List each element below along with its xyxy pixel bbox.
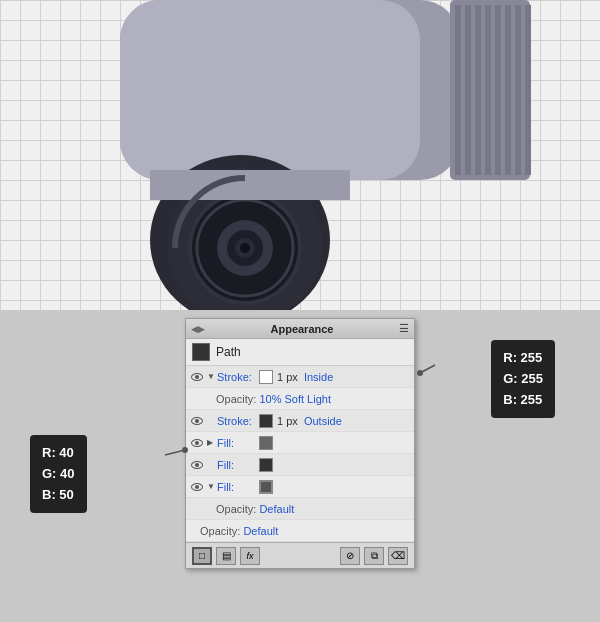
panel-titlebar: ◀▶ Appearance ☰ (186, 319, 414, 339)
svg-rect-9 (515, 5, 521, 175)
arrow-1[interactable]: ▼ (207, 372, 217, 381)
path-thumbnail (192, 343, 210, 361)
arrow-5[interactable]: ▼ (207, 482, 217, 491)
svg-rect-5 (475, 5, 481, 175)
svg-line-21 (420, 365, 435, 373)
panel-toolbar: □ ▤ fx ⊘ ⧉ ⌫ (186, 542, 414, 568)
visibility-eye-4[interactable] (190, 458, 204, 472)
tooltip-r-white: R: 255 (503, 348, 543, 369)
new-item-button[interactable]: □ (192, 547, 212, 565)
svg-point-22 (417, 370, 423, 376)
fill-row-3: ▼ Fill: (186, 476, 414, 498)
panel-menu: ☰ (399, 322, 409, 335)
fill-swatch-3[interactable] (259, 480, 273, 494)
fill-swatch-1[interactable] (259, 436, 273, 450)
stroke-swatch-1[interactable] (259, 370, 273, 384)
svg-rect-6 (485, 5, 491, 175)
color-tooltip-dark: R: 40 G: 40 B: 50 (30, 435, 87, 513)
tooltip-g-dark: G: 40 (42, 464, 75, 485)
opacity-value-2: Default (259, 503, 294, 515)
visibility-eye-5[interactable] (190, 480, 204, 494)
svg-rect-10 (525, 5, 531, 175)
panel-title: Appearance (271, 323, 334, 335)
tooltip-b-white: B: 255 (503, 390, 543, 411)
stroke-inside-1: Inside (304, 371, 333, 383)
appearance-panel: ◀▶ Appearance ☰ Path ▼ Stroke: 1 px Insi… (185, 318, 415, 569)
visibility-eye-1[interactable] (190, 370, 204, 384)
fill-row-1: ▶ Fill: (186, 432, 414, 454)
panel-menu-icon[interactable]: ☰ (399, 322, 409, 335)
fill-swatch-2[interactable] (259, 458, 273, 472)
stroke-row-2: ▶ Stroke: 1 px Outside (186, 410, 414, 432)
fill-label-1[interactable]: Fill: (217, 437, 255, 449)
svg-rect-20 (150, 170, 350, 200)
delete-button[interactable]: ⌫ (388, 547, 408, 565)
arrow-4: ▶ (207, 460, 217, 469)
svg-rect-4 (465, 5, 471, 175)
stroke-label-2[interactable]: Stroke: (217, 415, 255, 427)
svg-rect-1 (120, 0, 420, 180)
fx-button[interactable]: fx (240, 547, 260, 565)
tooltip-r-dark: R: 40 (42, 443, 75, 464)
illustration-svg (0, 0, 600, 310)
opacity-value-3: Default (243, 525, 278, 537)
no-style-button[interactable]: ⊘ (340, 547, 360, 565)
copy-button[interactable]: ⧉ (364, 547, 384, 565)
opacity-label-1: Opacity: (216, 393, 259, 405)
fill-row-2: ▶ Fill: (186, 454, 414, 476)
stroke-swatch-2[interactable] (259, 414, 273, 428)
opacity-label-3: Opacity: (200, 525, 243, 537)
bottom-panel: ◀▶ Appearance ☰ Path ▼ Stroke: 1 px Insi… (0, 310, 600, 622)
opacity-row-3: Opacity: Default (186, 520, 414, 542)
path-label: Path (216, 345, 241, 359)
svg-point-19 (240, 243, 250, 253)
visibility-eye-2[interactable] (190, 414, 204, 428)
visibility-eye-3[interactable] (190, 436, 204, 450)
fill-label-3[interactable]: Fill: (217, 481, 255, 493)
canvas-area (0, 0, 600, 310)
opacity-label-2: Opacity: (216, 503, 259, 515)
svg-rect-8 (505, 5, 511, 175)
svg-rect-3 (455, 5, 461, 175)
opacity-value-1: 10% Soft Light (259, 393, 331, 405)
svg-line-23 (165, 450, 185, 455)
panel-controls: ◀▶ (191, 324, 205, 334)
arrow-2: ▶ (207, 416, 217, 425)
stroke-value-1: 1 px (277, 371, 304, 383)
color-tooltip-white: R: 255 G: 255 B: 255 (491, 340, 555, 418)
opacity-row-2: Opacity: Default (186, 498, 414, 520)
tooltip-g-white: G: 255 (503, 369, 543, 390)
resize-handle[interactable]: ◀▶ (191, 324, 205, 334)
path-header: Path (186, 339, 414, 366)
fill-label-2[interactable]: Fill: (217, 459, 255, 471)
stroke-outside-2: Outside (304, 415, 342, 427)
stroke-value-2: 1 px (277, 415, 304, 427)
svg-rect-7 (495, 5, 501, 175)
tooltip-b-dark: B: 50 (42, 485, 75, 506)
opacity-row-1: Opacity: 10% Soft Light (186, 388, 414, 410)
layers-button[interactable]: ▤ (216, 547, 236, 565)
stroke-row-1: ▼ Stroke: 1 px Inside (186, 366, 414, 388)
arrow-3[interactable]: ▶ (207, 438, 217, 447)
stroke-label-1[interactable]: Stroke: (217, 371, 255, 383)
